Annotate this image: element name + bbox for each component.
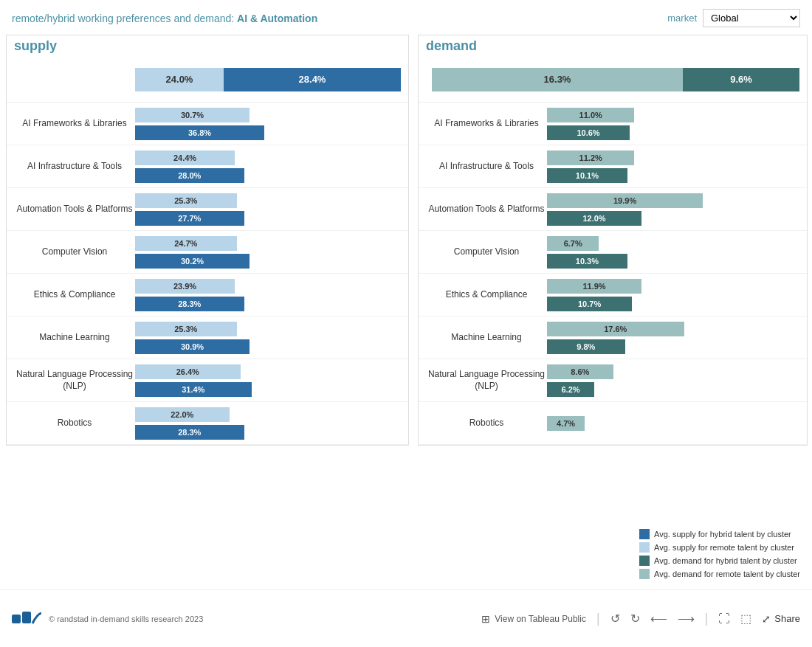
demand-row: AI Frameworks & Libraries11.0%10.6% (419, 103, 807, 145)
row-bars: 11.9%10.7% (547, 279, 799, 311)
legend-item: Avg. supply for remote talent by cluster (639, 542, 800, 553)
row-label: Ethics & Compliance (426, 289, 547, 301)
hybrid-bar: 28.3% (135, 297, 244, 311)
fullscreen-icon[interactable]: ⛶ (718, 612, 730, 626)
row-bars: 17.6%9.8% (547, 322, 799, 354)
supply-panel: supply 24.0% 28.4% AI Frameworks & Libra… (6, 35, 409, 446)
row-label: Computer Vision (14, 246, 135, 258)
forward-icon[interactable]: ⟶ (678, 612, 695, 626)
row-label: AI Infrastructure & Tools (14, 161, 135, 173)
demand-title: demand (426, 38, 477, 53)
supply-rows: AI Frameworks & Libraries30.7%36.8%AI In… (7, 103, 408, 445)
row-bars: 22.0%28.3% (135, 407, 401, 440)
row-bars: 26.4%31.4% (135, 364, 401, 397)
demand-hybrid-bar: 9.6% (683, 68, 799, 91)
redo-icon[interactable]: ↻ (630, 612, 640, 626)
svg-rect-1 (22, 612, 31, 623)
view-tableau-link[interactable]: ⊞ View on Tableau Public (481, 613, 586, 625)
share-button[interactable]: ⤢ Share (762, 613, 800, 625)
remote-bar: 24.4% (135, 150, 235, 165)
supply-header: supply (7, 35, 408, 57)
supply-row: AI Infrastructure & Tools24.4%28.0% (7, 145, 408, 188)
hybrid-bar: 30.2% (135, 254, 250, 269)
share-icon: ⤢ (762, 613, 771, 625)
legend-color (639, 542, 650, 553)
demand-row: Robotics4.7% (419, 402, 807, 445)
row-label: Robotics (14, 418, 135, 429)
market-label: market (667, 13, 697, 24)
row-label: Machine Learning (14, 332, 135, 344)
tableau-icon: ⊞ (481, 613, 490, 625)
market-dropdown[interactable]: Global North America Europe Asia Pacific (703, 9, 800, 27)
row-bars: 24.7%30.2% (135, 236, 401, 269)
demand-remote-bar: 8.6% (547, 364, 613, 379)
demand-hybrid-bar: 10.1% (547, 168, 627, 183)
remote-bar: 25.3% (135, 193, 237, 208)
download-icon[interactable]: ⬚ (740, 612, 751, 626)
row-label: Robotics (426, 418, 547, 429)
demand-remote-bar: 11.9% (547, 279, 641, 294)
demand-panel: demand 16.3% 9.6% AI Frameworks & Librar… (418, 35, 808, 446)
row-label: Computer Vision (426, 246, 547, 258)
row-bars: 25.3%30.9% (135, 322, 401, 354)
demand-remote-bar: 11.2% (547, 150, 634, 165)
remote-bar: 30.7% (135, 108, 250, 122)
footer-left: © randstad in-demand skills research 202… (12, 609, 203, 629)
row-bars: 11.2%10.1% (547, 150, 799, 183)
brand-text: © randstad in-demand skills research 202… (49, 615, 203, 623)
demand-row: Natural Language Processing (NLP)8.6%6.2… (419, 359, 807, 402)
supply-overview-bars: 24.0% 28.4% (135, 68, 401, 91)
page-title: remote/hybrid working preferences and de… (12, 13, 317, 24)
legend-color (639, 569, 650, 579)
vertical-divider: | (596, 611, 600, 626)
panels-container: supply 24.0% 28.4% AI Frameworks & Libra… (0, 35, 812, 446)
demand-header: demand (419, 35, 807, 57)
legend-item: Avg. demand for hybrid talent by cluster (639, 556, 800, 566)
vertical-divider2: | (705, 611, 709, 626)
demand-remote-bar: 11.0% (547, 108, 634, 122)
demand-hybrid-bar: 6.2% (547, 382, 594, 397)
demand-hybrid-bar: 9.8% (547, 339, 625, 354)
demand-remote-bar: 6.7% (547, 236, 599, 251)
row-bars: 11.0%10.6% (547, 108, 799, 140)
header: remote/hybrid working preferences and de… (0, 0, 812, 32)
supply-row: Natural Language Processing (NLP)26.4%31… (7, 359, 408, 402)
row-label: AI Infrastructure & Tools (426, 161, 547, 173)
row-label: Natural Language Processing (NLP) (14, 369, 135, 392)
supply-row: Robotics22.0%28.3% (7, 402, 408, 445)
row-bars: 24.4%28.0% (135, 150, 401, 183)
legend-color (639, 556, 650, 566)
demand-row: Automation Tools & Platforms19.9%12.0% (419, 188, 807, 231)
row-bars: 4.7% (547, 416, 799, 431)
demand-remote-bar: 16.3% (432, 68, 683, 91)
supply-row: Automation Tools & Platforms25.3%27.7% (7, 188, 408, 231)
row-label: Ethics & Compliance (14, 289, 135, 301)
remote-bar: 26.4% (135, 364, 241, 379)
legend-label: Avg. supply for remote talent by cluster (654, 543, 794, 552)
supply-row: Machine Learning25.3%30.9% (7, 316, 408, 359)
supply-row: Computer Vision24.7%30.2% (7, 231, 408, 274)
undo-icon[interactable]: ↺ (610, 612, 620, 626)
hybrid-bar: 27.7% (135, 211, 244, 226)
demand-hybrid-bar: 10.6% (547, 125, 630, 140)
row-label: AI Frameworks & Libraries (14, 118, 135, 130)
market-selector[interactable]: market Global North America Europe Asia … (667, 9, 800, 27)
row-label: Automation Tools & Platforms (14, 204, 135, 215)
supply-hybrid-bar: 28.4% (224, 68, 401, 91)
supply-overview: 24.0% 28.4% (7, 57, 408, 103)
footer-right: ⊞ View on Tableau Public | ↺ ↻ ⟵ ⟶ | ⛶ ⬚… (481, 611, 800, 626)
row-label: Machine Learning (426, 332, 547, 344)
demand-remote-bar: 17.6% (547, 322, 684, 336)
back-icon[interactable]: ⟵ (650, 612, 667, 626)
row-label: Natural Language Processing (NLP) (426, 369, 547, 392)
hybrid-bar: 28.3% (135, 425, 244, 440)
demand-overview: 16.3% 9.6% (419, 57, 807, 103)
demand-remote-bar: 19.9% (547, 193, 703, 208)
remote-bar: 24.7% (135, 236, 237, 251)
row-bars: 23.9%28.3% (135, 279, 401, 311)
supply-row: AI Frameworks & Libraries30.7%36.8% (7, 103, 408, 145)
legend-label: Avg. supply for hybrid talent by cluster (654, 530, 791, 539)
footer: © randstad in-demand skills research 202… (0, 589, 812, 647)
svg-rect-0 (12, 615, 21, 623)
row-bars: 6.7%10.3% (547, 236, 799, 269)
